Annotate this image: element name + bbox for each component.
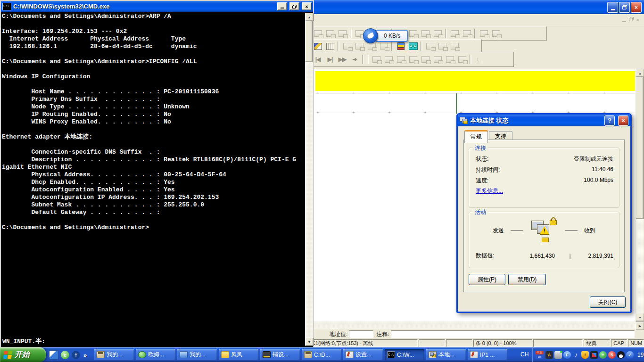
task-button-omron[interactable]: 欧姆... bbox=[136, 349, 175, 361]
messenger-icon[interactable]: F bbox=[563, 351, 571, 359]
console-output[interactable]: C:\Documents and Settings\Administrator>… bbox=[2, 13, 304, 231]
speed-monitor-widget[interactable]: 0 KB/s bbox=[363, 28, 408, 43]
cmd-scroll-up-button[interactable]: ▲ bbox=[305, 13, 314, 21]
grid-table-icon[interactable] bbox=[324, 41, 336, 51]
toolbar-icon[interactable] bbox=[424, 41, 436, 51]
task-button-cmd[interactable]: C:\ C:\W... bbox=[385, 349, 424, 361]
mdi-close-icon[interactable]: × bbox=[636, 17, 639, 23]
task-button-my-docs[interactable]: 我的... bbox=[94, 349, 134, 361]
task-button-folder-d[interactable]: C:\D... bbox=[302, 349, 341, 361]
display-network-icon[interactable] bbox=[590, 351, 598, 359]
toolbar-icon[interactable] bbox=[448, 41, 461, 51]
vertical-scrollbar[interactable]: ▲ ▼ bbox=[636, 69, 644, 321]
quick-launch-browser-icon[interactable]: e bbox=[61, 351, 69, 359]
activity-group-label: 活动 bbox=[473, 208, 488, 216]
toolbar-icon[interactable] bbox=[456, 55, 468, 65]
toolbar-icon[interactable] bbox=[431, 29, 444, 39]
toolbar-icon[interactable] bbox=[478, 29, 490, 39]
quick-launch-anchor-icon[interactable]: † bbox=[72, 351, 80, 359]
step-out-icon[interactable]: ▶| bbox=[324, 55, 336, 65]
monitor-view-icon[interactable] bbox=[407, 41, 419, 51]
quick-launch-media-icon[interactable] bbox=[49, 350, 58, 360]
cmd-titlebar[interactable]: C:\ C:\WINDOWS\system32\CMD.exe × bbox=[1, 1, 313, 12]
taskbar: 开始 e † » 我的... 欧姆... 我的... 凤凤 bbox=[0, 347, 644, 362]
qq-icon[interactable] bbox=[617, 351, 625, 359]
more-info-link[interactable]: 更多信息... bbox=[469, 186, 509, 195]
app-close-button[interactable]: × bbox=[631, 2, 642, 13]
ime-badge-top: 中文 bbox=[536, 351, 544, 354]
toolbar-icon[interactable] bbox=[431, 55, 444, 65]
status-label: 状态: bbox=[476, 155, 488, 163]
language-indicator[interactable]: CH bbox=[520, 351, 528, 358]
task-button-settings[interactable]: 设置... bbox=[343, 349, 383, 361]
cmd-restore-button[interactable] bbox=[289, 2, 299, 10]
quick-launch-overflow-chevron[interactable]: » bbox=[83, 352, 87, 359]
toolbar-icon[interactable] bbox=[419, 55, 431, 65]
ime-language-badge[interactable]: 中文 cn bbox=[536, 351, 544, 359]
security-shield-icon[interactable]: ! bbox=[581, 351, 589, 359]
mdi-restore-icon[interactable] bbox=[629, 17, 634, 21]
grid-mark: + bbox=[567, 92, 570, 95]
task-button-my-computer[interactable]: 我的... bbox=[177, 349, 217, 361]
properties-button[interactable]: 属性(P) bbox=[469, 274, 505, 285]
toolbar-icon[interactable] bbox=[436, 41, 448, 51]
cmd-scroll-down-button[interactable]: ▼ bbox=[305, 337, 314, 346]
ime-badge-bottom: cn bbox=[536, 355, 544, 359]
toolbar-icon[interactable] bbox=[407, 29, 419, 39]
run-to-end-icon[interactable]: ➔ bbox=[348, 55, 361, 65]
grid-mark: + bbox=[352, 111, 355, 114]
cmd-minimize-button[interactable] bbox=[277, 2, 287, 10]
cmd-close-button[interactable]: × bbox=[302, 2, 312, 10]
cmd-scroll-thumb[interactable] bbox=[305, 21, 313, 62]
toolbar-icon[interactable] bbox=[324, 29, 336, 39]
dialog-close-button[interactable]: × bbox=[618, 115, 628, 126]
close-button[interactable]: 关闭(C) bbox=[590, 296, 626, 308]
printer-icon bbox=[97, 351, 105, 358]
toolbar-separator bbox=[445, 29, 447, 38]
app-minimize-button[interactable] bbox=[607, 2, 618, 13]
toolbar-icon[interactable] bbox=[419, 29, 431, 39]
toolbar-icon[interactable] bbox=[341, 41, 353, 51]
run-fast-icon[interactable]: ▶▶ bbox=[336, 55, 348, 65]
toolbar-icon[interactable] bbox=[444, 55, 456, 65]
toolbar-icon[interactable] bbox=[461, 29, 473, 39]
task-button-local-connection[interactable]: 本地... bbox=[426, 349, 466, 361]
toolbar-icon[interactable] bbox=[490, 29, 502, 39]
dialog-help-button[interactable]: ? bbox=[604, 115, 615, 126]
toolbar-icon[interactable] bbox=[407, 55, 419, 65]
scroll-up-button[interactable]: ▲ bbox=[636, 69, 644, 77]
scroll-down-button[interactable]: ▼ bbox=[636, 313, 644, 321]
start-button[interactable]: 开始 bbox=[0, 347, 46, 362]
task-button-notes[interactable]: 凤凤 bbox=[219, 349, 258, 361]
branch-icon[interactable]: ∟ bbox=[473, 55, 485, 65]
toolbar-icon[interactable] bbox=[370, 55, 382, 65]
address-input[interactable] bbox=[349, 330, 373, 338]
cmd-scrollbar[interactable]: ▲ ▼ bbox=[305, 13, 313, 346]
task-label: 我的... bbox=[107, 351, 123, 359]
task-button-ip1[interactable]: IP1 ... bbox=[468, 349, 507, 361]
app-restore-button[interactable] bbox=[619, 2, 630, 13]
plug-icon bbox=[542, 238, 549, 242]
sogou-input-icon[interactable]: S bbox=[608, 351, 616, 359]
taskbar-clock[interactable]: 19:28 bbox=[637, 352, 644, 358]
cmd-window[interactable]: C:\ C:\WINDOWS\system32\CMD.exe × C:\Doc… bbox=[0, 0, 314, 348]
mdi-minimize-icon[interactable] bbox=[622, 21, 626, 22]
toolbar-icon[interactable] bbox=[336, 29, 348, 39]
disable-button[interactable]: 禁用(D) bbox=[508, 274, 546, 285]
comment-input[interactable] bbox=[391, 330, 635, 338]
soft-keyboard-icon[interactable] bbox=[554, 351, 562, 359]
horizontal-scrollbar[interactable] bbox=[312, 321, 636, 329]
scroll-right-button[interactable]: ▶ bbox=[636, 322, 644, 330]
tab-general[interactable]: 常规 bbox=[464, 130, 488, 143]
toolbar-icon[interactable] bbox=[382, 55, 395, 65]
antivirus-icon[interactable]: + bbox=[599, 351, 607, 359]
task-button-layout[interactable]: 铺设... bbox=[260, 349, 300, 361]
highlighted-network-row[interactable] bbox=[315, 71, 635, 91]
volume-icon[interactable]: ♪ bbox=[572, 351, 580, 359]
ocr-tool-icon[interactable]: A bbox=[545, 351, 553, 359]
toolbar-icon[interactable] bbox=[448, 29, 461, 39]
vertical-scroll-thumb[interactable] bbox=[636, 77, 644, 219]
download-manager-icon[interactable]: ✓ bbox=[626, 351, 634, 359]
dialog-titlebar[interactable]: 本地连接 状态 ? × bbox=[458, 115, 630, 126]
toolbar-icon[interactable] bbox=[395, 55, 407, 65]
